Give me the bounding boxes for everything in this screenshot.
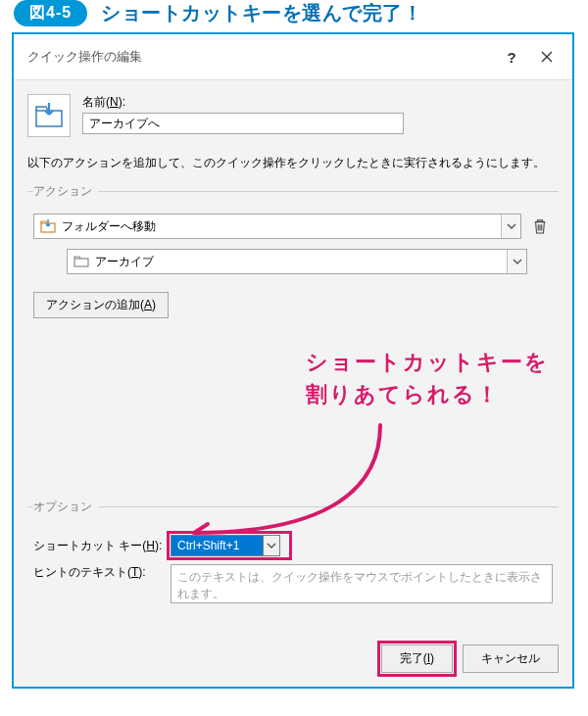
name-field-label: 名前(N): — [82, 94, 559, 111]
add-action-button[interactable]: アクションの追加(A) — [33, 292, 169, 318]
instruction-text: 以下のアクションを追加して、このクイック操作をクリックしたときに実行されるように… — [27, 155, 559, 171]
name-row: 名前(N): — [27, 94, 559, 137]
quickstep-icon-picker[interactable] — [27, 94, 71, 137]
dialog-title: クイック操作の編集 — [27, 48, 494, 66]
cancel-button[interactable]: キャンセル — [463, 644, 559, 673]
options-legend: オプション — [33, 499, 98, 515]
shortcut-key-dropdown[interactable]: Ctrl+Shift+1 — [171, 535, 280, 556]
annotation-area: ショートカットキーを 割りあてられる！ — [27, 332, 559, 499]
delete-action-button[interactable] — [527, 214, 553, 239]
name-input[interactable] — [82, 113, 404, 134]
chevron-down-icon — [513, 257, 522, 266]
actions-legend: アクション — [33, 183, 98, 200]
action-type-value: フォルダーへ移動 — [62, 218, 156, 235]
dropdown-button[interactable] — [507, 250, 526, 273]
chevron-down-icon — [507, 221, 516, 231]
action-target-dropdown[interactable]: アーカイブ — [67, 249, 527, 274]
actions-fieldset: アクション フォルダーへ移動 — [27, 183, 559, 322]
handwritten-annotation: ショートカットキーを 割りあてられる！ — [306, 346, 549, 410]
hint-text-input[interactable]: このテキストは、クイック操作をマウスでポイントしたときに表示されます。 — [171, 564, 553, 603]
action-target-value: アーカイブ — [95, 254, 154, 270]
trash-icon — [533, 217, 547, 235]
folder-icon — [74, 256, 89, 267]
shortcut-label: ショートカット キー(H): — [33, 538, 171, 554]
dropdown-button[interactable] — [263, 535, 280, 556]
help-button[interactable]: ? — [494, 44, 529, 70]
chevron-down-icon — [267, 541, 276, 550]
close-icon — [541, 51, 553, 63]
figure-header: 図4-5 ショートカットキーを選んで完了！ — [0, 0, 588, 32]
options-fieldset: オプション ショートカット キー(H): Ctrl+Shift+1 — [27, 499, 559, 607]
close-button[interactable] — [529, 44, 564, 70]
action-row: フォルダーへ移動 — [33, 214, 553, 239]
shortcut-key-value: Ctrl+Shift+1 — [171, 535, 263, 556]
move-to-folder-icon — [40, 219, 56, 233]
action-type-dropdown[interactable]: フォルダーへ移動 — [33, 214, 521, 239]
dialog-titlebar: クイック操作の編集 ? — [14, 34, 572, 80]
move-to-folder-icon — [34, 103, 64, 128]
svg-rect-2 — [74, 259, 88, 266]
finish-button[interactable]: 完了(I) — [381, 644, 453, 673]
hint-text-label: ヒントのテキスト(T): — [33, 564, 171, 581]
dialog-footer: 完了(I) キャンセル — [14, 631, 572, 687]
figure-title: ショートカットキーを選んで完了！ — [101, 0, 422, 26]
quickstep-edit-dialog: クイック操作の編集 ? 名前(N): 以下のアクションを追加して、このクイック操… — [12, 32, 574, 689]
figure-badge: 図4-5 — [14, 0, 87, 26]
dropdown-button[interactable] — [501, 215, 520, 238]
